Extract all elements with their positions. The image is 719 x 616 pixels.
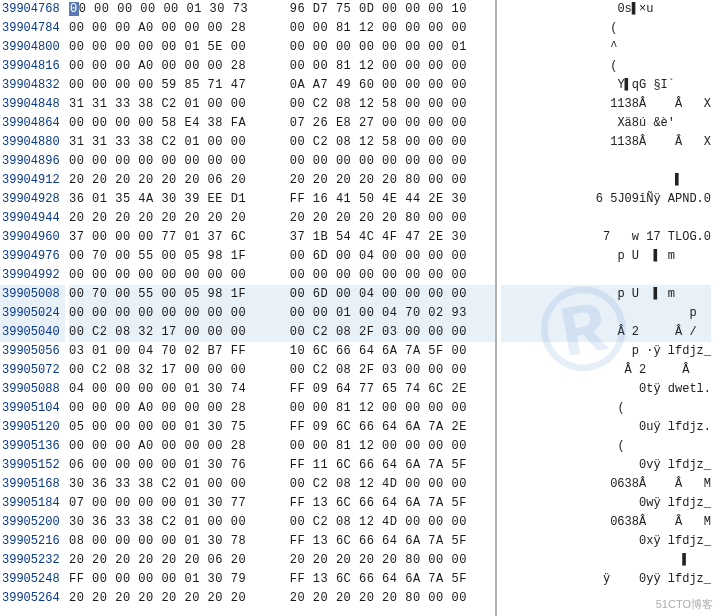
hex-cell[interactable]: FF 00 00 00 00 01 30 79 [69,570,282,589]
hex-cell[interactable]: 00 C2 08 12 4D 00 00 00 [282,475,495,494]
offset-cell: 39905136 [0,437,65,456]
ascii-cell: 1138Â Â X [501,95,711,114]
ascii-cell: ^ [501,38,711,57]
hex-cell[interactable]: 00 00 81 12 00 00 00 00 [282,437,495,456]
offset-cell: 39905248 [0,570,65,589]
hex-cell[interactable]: 10 6C 66 64 6A 7A 5F 00 [282,342,495,361]
hex-cell[interactable]: 36 01 35 4A 30 39 EE D1 [69,190,282,209]
hex-cell[interactable]: 00 00 00 00 00 00 00 00 [69,266,282,285]
hex-cell[interactable]: 00 00 00 A0 00 00 00 28 [69,57,282,76]
hex-cell[interactable]: 37 1B 54 4C 4F 47 2E 30 [282,228,495,247]
hex-cell[interactable]: 20 20 20 20 20 80 00 00 [282,589,495,608]
hex-cell[interactable]: 00 C2 08 2F 03 00 00 00 [282,361,495,380]
ascii-cell: 0xÿ lfdjz_ [501,532,711,551]
hex-cell[interactable]: 00 C2 08 12 58 00 00 00 [282,133,495,152]
hex-cell[interactable]: 20 20 20 20 20 80 00 00 [282,209,495,228]
hex-cell[interactable]: 20 20 20 20 20 20 20 20 [69,209,282,228]
hex-cell[interactable]: 20 20 20 20 20 20 06 20 [69,171,282,190]
offset-cell: 39904864 [0,114,65,133]
offset-cell: 39905104 [0,399,65,418]
offset-cell: 39905200 [0,513,65,532]
offset-cell: 39904896 [0,152,65,171]
hex-cell[interactable]: FF 16 41 50 4E 44 2E 30 [282,190,495,209]
hex-cell[interactable]: 20 20 20 20 20 20 20 20 [69,589,282,608]
hex-cell[interactable]: 00 C2 08 12 58 00 00 00 [282,95,495,114]
hex-cell[interactable]: FF 13 6C 66 64 6A 7A 5F [282,532,495,551]
hex-cell[interactable]: 30 36 33 38 C2 01 00 00 [69,475,282,494]
offset-cell: 39904832 [0,76,65,95]
offset-cell: 39905072 [0,361,65,380]
hex-cell[interactable]: FF 13 6C 66 64 6A 7A 5F [282,494,495,513]
hex-cell[interactable]: FF 09 64 77 65 74 6C 2E [282,380,495,399]
ascii-cell: Â 2 Â / [501,323,711,342]
hex-cell[interactable]: 31 31 33 38 C2 01 00 00 [69,95,282,114]
hex-cell[interactable]: FF 09 6C 66 64 6A 7A 2E [282,418,495,437]
hex-cell[interactable]: 06 00 00 00 00 01 30 76 [69,456,282,475]
hex-cell[interactable]: FF 13 6C 66 64 6A 7A 5F [282,570,495,589]
hex-cell[interactable]: 03 01 00 04 70 02 B7 FF [69,342,282,361]
hex-cell[interactable]: 31 31 33 38 C2 01 00 00 [69,133,282,152]
hex-cell[interactable]: 20 20 20 20 20 80 00 00 [282,551,495,570]
hex-cell[interactable]: 00 00 00 00 59 85 71 47 [69,76,282,95]
hex-cell[interactable]: 20 20 20 20 20 80 00 00 [282,171,495,190]
hex-cell[interactable]: 00 00 00 00 00 00 00 01 [282,38,495,57]
ascii-cell: 1138Â Â X [501,133,711,152]
hex-cell[interactable]: 96 D7 75 0D 00 00 00 10 [282,0,495,19]
hex-cell[interactable]: 00 00 00 00 00 01 30 73 [69,0,282,19]
hex-cell[interactable]: 00 00 00 A0 00 00 00 28 [69,437,282,456]
hex-cell[interactable]: 00 C2 08 2F 03 00 00 00 [282,323,495,342]
hex-cell[interactable]: 00 00 00 00 00 00 00 00 [69,152,282,171]
hex-cell[interactable]: 00 70 00 55 00 05 98 1F [69,247,282,266]
offset-column: 3990476839904784399048003990481639904832… [0,0,69,616]
hex-cell[interactable]: 00 00 00 00 00 01 5E 00 [69,38,282,57]
hex-cell[interactable]: 00 00 00 00 58 E4 38 FA [69,114,282,133]
hex-cell[interactable]: 00 00 81 12 00 00 00 00 [282,57,495,76]
hex-cell[interactable]: 00 6D 00 04 00 00 00 00 [282,285,495,304]
hex-cell[interactable]: 08 00 00 00 00 01 30 78 [69,532,282,551]
ascii-cell: p ·ÿ lfdjz_ [501,342,711,361]
hex-cell[interactable]: 00 00 81 12 00 00 00 00 [282,399,495,418]
hex-cell[interactable]: 00 00 81 12 00 00 00 00 [282,19,495,38]
ascii-cell: ( [501,437,711,456]
offset-cell: 39904976 [0,247,65,266]
ascii-cell: ÿ 0yÿ lfdjz_ [501,570,711,589]
ascii-cell [501,266,711,285]
ascii-cell: ▌ [501,171,711,190]
offset-cell: 39904800 [0,38,65,57]
hex-cell[interactable]: 04 00 00 00 00 01 30 74 [69,380,282,399]
ascii-cell: 0wÿ lfdjz_ [501,494,711,513]
hex-cell[interactable]: 00 00 00 00 00 00 00 00 [282,152,495,171]
ascii-cell: 0vÿ lfdjz_ [501,456,711,475]
hex-cell[interactable]: 00 00 00 A0 00 00 00 28 [69,399,282,418]
hex-cell[interactable]: 00 00 00 00 00 00 00 00 [69,304,282,323]
hex-cell[interactable]: 00 C2 08 32 17 00 00 00 [69,323,282,342]
hex-cell[interactable]: 00 00 00 A0 00 00 00 28 [69,19,282,38]
offset-cell: 39905216 [0,532,65,551]
offset-cell: 39904944 [0,209,65,228]
ascii-cell: Y▌qG §I` [501,76,711,95]
hex-cell[interactable]: 0A A7 49 60 00 00 00 00 [282,76,495,95]
offset-cell: 39904928 [0,190,65,209]
ascii-cell [501,589,711,608]
hex-cell[interactable]: 00 C2 08 32 17 00 00 00 [69,361,282,380]
hex-cell[interactable]: 00 C2 08 12 4D 00 00 00 [282,513,495,532]
ascii-cell: ( [501,57,711,76]
hex-cell[interactable]: 30 36 33 38 C2 01 00 00 [69,513,282,532]
ascii-cell: 0uÿ lfdjz. [501,418,711,437]
hex-cell[interactable]: FF 11 6C 66 64 6A 7A 5F [282,456,495,475]
hex-cell[interactable]: 05 00 00 00 00 01 30 75 [69,418,282,437]
hex-column-1[interactable]: 00 00 00 00 00 01 30 7300 00 00 A0 00 00… [69,0,282,616]
offset-cell: 39905232 [0,551,65,570]
hex-cell[interactable]: 00 6D 00 04 00 00 00 00 [282,247,495,266]
hex-cell[interactable]: 07 00 00 00 00 01 30 77 [69,494,282,513]
hex-cell[interactable]: 20 20 20 20 20 20 06 20 [69,551,282,570]
ascii-cell: 7 w 17 TLOG.0 [501,228,711,247]
ascii-cell: 0638Â Â M [501,513,711,532]
hex-cell[interactable]: 37 00 00 00 77 01 37 6C [69,228,282,247]
hex-cell[interactable]: 00 00 01 00 04 70 02 93 [282,304,495,323]
hex-cell[interactable]: 00 00 00 00 00 00 00 00 [282,266,495,285]
hex-column-2[interactable]: 96 D7 75 0D 00 00 00 10 00 00 81 12 00 0… [282,0,495,616]
hex-cell[interactable]: 00 70 00 55 00 05 98 1F [69,285,282,304]
ascii-cell: Xä8ú &è' [501,114,711,133]
hex-cell[interactable]: 07 26 E8 27 00 00 00 00 [282,114,495,133]
